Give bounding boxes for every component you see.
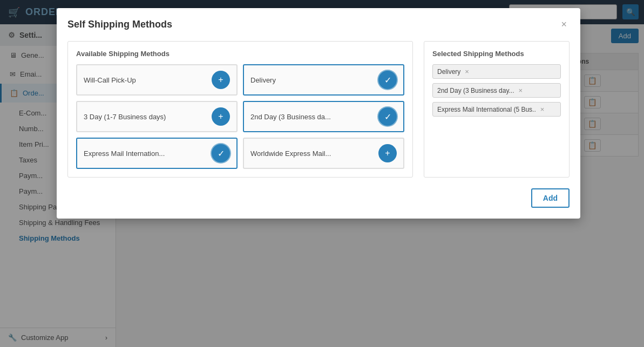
shipping-item-express: Express Mail Internation... ✓	[76, 138, 238, 169]
shipping-toggle-button[interactable]: +	[212, 107, 230, 126]
selected-tag-express: Express Mail International (5 Bus.. ×	[432, 102, 561, 117]
remove-tag-button[interactable]: ×	[540, 105, 545, 113]
shipping-item-willcall: Will-Call Pick-Up +	[76, 64, 238, 96]
modal-footer: Add	[67, 188, 570, 208]
shipping-item-delivery: Delivery ✓	[243, 64, 404, 96]
shipping-toggle-button[interactable]: ✓	[212, 144, 230, 162]
selected-tag-delivery: Delivery ×	[432, 64, 561, 79]
available-section-title: Available Shipping Methods	[76, 50, 404, 58]
shipping-item-label: 2nd Day (3 Business da...	[250, 113, 378, 121]
modal-header: Self Shipping Methods ×	[67, 19, 570, 30]
shipping-methods-modal: Self Shipping Methods × Available Shippi…	[57, 8, 580, 219]
modal-add-button[interactable]: Add	[531, 188, 570, 208]
shipping-toggle-button[interactable]: ✓	[378, 71, 397, 89]
shipping-item-label: 3 Day (1-7 Business days)	[84, 113, 212, 121]
shipping-item-2ndday: 2nd Day (3 Business da... ✓	[243, 101, 404, 132]
modal-title: Self Shipping Methods	[67, 19, 172, 30]
remove-tag-button[interactable]: ×	[465, 67, 469, 76]
remove-tag-button[interactable]: ×	[519, 86, 523, 94]
shipping-toggle-button[interactable]: ✓	[378, 107, 397, 126]
shipping-item-label: Express Mail Internation...	[84, 149, 212, 158]
shipping-item-label: Worldwide Express Mail...	[250, 149, 378, 158]
available-shipping-panel: Available Shipping Methods Will-Call Pic…	[67, 41, 413, 178]
shipping-item-label: Will-Call Pick-Up	[84, 76, 212, 84]
selected-shipping-panel: Selected Shipping Methods Delivery × 2nd…	[424, 41, 570, 178]
selected-tag-2ndday: 2nd Day (3 Business day... ×	[432, 83, 561, 98]
shipping-toggle-button[interactable]: +	[212, 71, 230, 89]
shipping-item-3day: 3 Day (1-7 Business days) +	[76, 101, 238, 132]
selected-tag-label: Express Mail International (5 Bus..	[437, 106, 536, 113]
selected-section-title: Selected Shipping Methods	[432, 50, 561, 58]
shipping-toggle-button[interactable]: +	[378, 144, 397, 162]
shipping-item-label: Delivery	[250, 76, 378, 84]
shipping-item-worldwide: Worldwide Express Mail... +	[243, 138, 404, 169]
modal-body: Available Shipping Methods Will-Call Pic…	[67, 41, 570, 178]
selected-tag-label: Delivery	[437, 68, 460, 76]
selected-tag-label: 2nd Day (3 Business day...	[437, 87, 514, 94]
selected-list: Delivery × 2nd Day (3 Business day... × …	[432, 64, 561, 117]
modal-close-button[interactable]: ×	[558, 19, 570, 30]
available-grid: Will-Call Pick-Up + Delivery ✓ 3 Day (1-…	[76, 64, 404, 169]
